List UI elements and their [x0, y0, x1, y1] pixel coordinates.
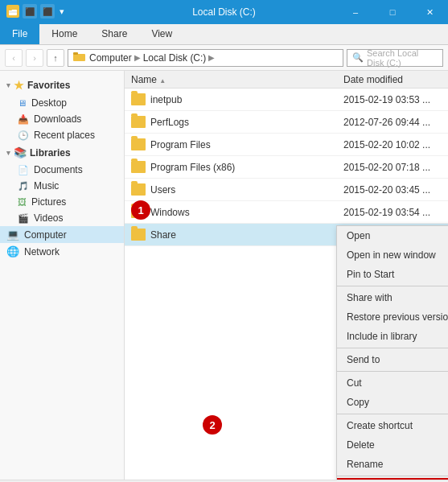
address-path[interactable]: Computer ▶ Local Disk (C:) ▶	[68, 49, 343, 67]
ctx-properties[interactable]: Properties	[337, 478, 448, 480]
network-icon: 🌐	[6, 245, 19, 257]
ctx-restore-versions[interactable]: Restore previous versions	[337, 307, 448, 327]
sidebar-item-recent[interactable]: 🕒 Recent places	[0, 127, 124, 143]
file-name-cell: Program Files	[125, 138, 343, 150]
ctx-send-to[interactable]: Send to ▶	[337, 350, 448, 369]
close-button[interactable]: ✕	[411, 0, 448, 24]
file-name-cell: Windows	[125, 206, 343, 218]
breadcrumb-computer[interactable]: Computer	[89, 52, 132, 64]
recent-icon: 🕒	[18, 130, 29, 141]
window-title: Local Disk (C:)	[192, 6, 256, 18]
ctx-rename[interactable]: Rename	[337, 455, 448, 474]
ctx-open-new-window[interactable]: Open in new window	[337, 245, 448, 265]
sidebar-item-music[interactable]: 🎵 Music	[0, 178, 124, 194]
col-header-name[interactable]: Name ▲	[125, 74, 343, 85]
context-menu: Open Open in new window Pin to Start Sha…	[336, 225, 448, 480]
ctx-delete[interactable]: Delete	[337, 435, 448, 455]
breadcrumb-localdisk[interactable]: Local Disk (C:)	[143, 52, 207, 64]
ctx-copy[interactable]: Copy	[337, 393, 448, 412]
table-row[interactable]: PerfLogs 2012-07-26 09:44 ...	[125, 111, 448, 134]
folder-icon	[131, 161, 146, 173]
search-icon: 🔍	[352, 52, 364, 63]
table-row[interactable]: Program Files 2015-02-20 10:02 ...	[125, 134, 448, 156]
pictures-icon: 🖼	[18, 197, 27, 207]
sidebar-section-favorites[interactable]: ▾ ★ Favorites	[0, 76, 124, 95]
table-row[interactable]: Program Files (x86) 2015-02-20 07:18 ...	[125, 156, 448, 179]
desktop-icon: 🖥	[18, 98, 27, 108]
folder-icon	[131, 229, 146, 241]
sidebar-item-network[interactable]: 🌐 Network	[0, 243, 124, 260]
minimize-button[interactable]: –	[337, 0, 374, 24]
forward-button[interactable]: ›	[26, 49, 43, 67]
sidebar-documents-label: Documents	[34, 164, 83, 175]
folder-icon	[131, 183, 146, 196]
computer-icon: 💻	[6, 229, 19, 241]
sidebar-item-desktop[interactable]: 🖥 Desktop	[0, 95, 124, 111]
file-name-cell: Share	[125, 229, 343, 241]
folder-icon	[131, 138, 146, 150]
music-icon: 🎵	[18, 181, 29, 192]
step-1-circle: 1	[131, 200, 150, 220]
sidebar-network-label: Network	[24, 246, 60, 257]
path-separator-1: ▶	[134, 53, 141, 62]
maximize-button[interactable]: □	[374, 0, 411, 24]
sidebar-item-videos[interactable]: 🎬 Videos	[0, 210, 124, 226]
sidebar-desktop-label: Desktop	[31, 97, 67, 109]
file-date-cell: 2015-02-19 03:53 ...	[343, 94, 448, 105]
tab-file[interactable]: File	[0, 24, 39, 44]
file-name-cell: inetpub	[125, 93, 343, 105]
title-bar-controls-left: ⬛ ⬛ ▾	[6, 4, 64, 19]
title-dropdown-arrow: ▾	[60, 6, 64, 17]
breadcrumb-icon	[73, 51, 86, 64]
file-name-cell: PerfLogs	[125, 116, 343, 128]
tab-share[interactable]: Share	[89, 24, 139, 44]
search-placeholder: Search Local Disk (C:)	[367, 48, 438, 68]
documents-icon: 📄	[18, 165, 29, 175]
app-icon	[6, 5, 19, 18]
step-2-circle: 2	[203, 415, 222, 435]
path-separator-2: ▶	[208, 53, 215, 62]
ctx-pin-to-start[interactable]: Pin to Start	[337, 265, 448, 284]
svg-rect-1	[8, 8, 12, 10]
ctx-separator-3	[337, 371, 448, 372]
back-button[interactable]: ‹	[5, 49, 23, 67]
favorites-arrow: ▾	[6, 81, 10, 89]
sort-arrow: ▲	[159, 77, 166, 84]
favorites-star-icon: ★	[14, 79, 24, 92]
table-row[interactable]: inetpub 2015-02-19 03:53 ...	[125, 89, 448, 111]
file-date-cell: 2015-02-20 07:18 ...	[343, 162, 448, 173]
col-header-date[interactable]: Date modified	[343, 74, 448, 85]
table-row[interactable]: Users 2015-02-20 03:45 ...	[125, 179, 448, 201]
ctx-share-with[interactable]: Share with ▶	[337, 288, 448, 307]
sidebar-pictures-label: Pictures	[31, 196, 66, 208]
file-name-cell: Program Files (x86)	[125, 161, 343, 173]
sidebar-item-documents[interactable]: 📄 Documents	[0, 162, 124, 178]
tab-home[interactable]: Home	[39, 24, 89, 44]
ctx-include-in-library[interactable]: Include in library ▶	[337, 327, 448, 346]
ctx-open[interactable]: Open	[337, 226, 448, 245]
ctx-create-shortcut[interactable]: Create shortcut	[337, 416, 448, 435]
sidebar-videos-label: Videos	[34, 212, 63, 224]
sidebar-item-downloads[interactable]: 📥 Downloads	[0, 111, 124, 127]
sidebar-section-libraries[interactable]: ▾ 📚 Libraries	[0, 143, 124, 162]
sidebar-item-computer[interactable]: 💻 Computer	[0, 226, 124, 243]
downloads-icon: 📥	[18, 114, 29, 125]
quick-access-btn: ⬛	[23, 4, 37, 19]
ctx-cut[interactable]: Cut	[337, 373, 448, 393]
sidebar-computer-label: Computer	[24, 229, 67, 241]
window-controls: – □ ✕	[337, 0, 448, 24]
tab-view[interactable]: View	[139, 24, 184, 44]
search-box[interactable]: 🔍 Search Local Disk (C:)	[347, 49, 443, 67]
sidebar-downloads-label: Downloads	[34, 113, 81, 125]
videos-icon: 🎬	[18, 213, 29, 224]
ctx-separator-2	[337, 348, 448, 348]
file-list-header: Name ▲ Date modified	[125, 71, 448, 89]
favorites-label: Favorites	[27, 80, 70, 91]
table-row[interactable]: Windows 2015-02-19 03:54 ...	[125, 201, 448, 224]
sidebar-item-pictures[interactable]: 🖼 Pictures	[0, 194, 124, 210]
up-button[interactable]: ↑	[47, 49, 64, 67]
sidebar: ▾ ★ Favorites 🖥 Desktop 📥 Downloads 🕒 Re…	[0, 71, 125, 480]
quick-access-btn2: ⬛	[40, 4, 55, 19]
sidebar-recent-label: Recent places	[34, 130, 95, 141]
file-date-cell: 2012-07-26 09:44 ...	[343, 117, 448, 128]
